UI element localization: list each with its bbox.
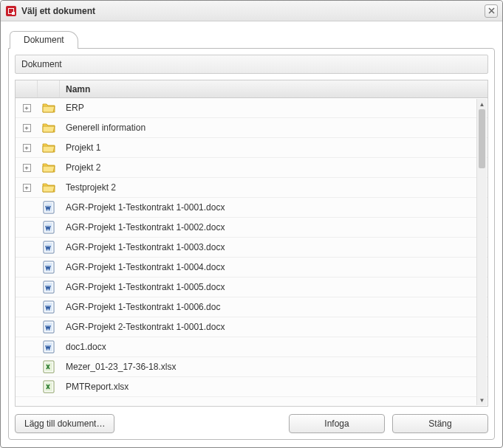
scroll-up-icon[interactable]: ▲: [477, 99, 487, 109]
expand-cell: [16, 218, 38, 237]
tree-row[interactable]: AGR-Projekt 1-Testkontrakt 1-0002.docx: [16, 218, 487, 238]
svg-rect-3: [12, 12, 15, 15]
tree-grid: Namn +ERP+Generell information+Projekt 1…: [15, 80, 488, 407]
docx-icon: [38, 278, 60, 297]
svg-rect-23: [45, 382, 52, 391]
docx-icon: [38, 317, 60, 337]
titlebar: Välj ett dokument: [1, 1, 502, 21]
expand-cell: +: [16, 138, 38, 157]
tree-row[interactable]: Mezer_01-23_17-36-18.xlsx: [16, 357, 487, 377]
docx-icon: [38, 258, 60, 277]
close-icon[interactable]: [485, 4, 498, 18]
expand-cell: +: [16, 98, 38, 117]
expand-icon[interactable]: +: [23, 164, 31, 172]
tree-row[interactable]: AGR-Projekt 1-Testkontrakt 1-0003.docx: [16, 238, 487, 258]
tree-row[interactable]: +Testprojekt 2: [16, 178, 487, 198]
tree-row[interactable]: doc1.docx: [16, 337, 487, 357]
close-button[interactable]: Stäng: [392, 414, 488, 433]
folder-icon: [38, 158, 60, 177]
add-document-button[interactable]: Lägg till dokument…: [15, 414, 114, 433]
expand-cell: [16, 357, 38, 376]
item-name: AGR-Projekt 2-Testkontrakt 1-0001.docx: [60, 322, 487, 332]
item-name: Mezer_01-23_17-36-18.xlsx: [60, 362, 487, 372]
expand-icon[interactable]: +: [23, 104, 31, 112]
item-name: Testprojekt 2: [60, 182, 487, 193]
tree-row[interactable]: AGR-Projekt 1-Testkontrakt 1-0004.docx: [16, 258, 487, 278]
tree-row[interactable]: AGR-Projekt 1-Testkontrakt 1-0006.doc: [16, 297, 487, 317]
expand-cell: [16, 198, 38, 217]
expand-icon[interactable]: +: [23, 144, 31, 152]
panel-header: Dokument: [15, 55, 488, 74]
folder-icon: [38, 118, 60, 137]
item-name: AGR-Projekt 1-Testkontrakt 1-0003.docx: [60, 242, 487, 252]
expand-cell: [16, 238, 38, 257]
item-name: ERP: [60, 103, 487, 113]
tree-row[interactable]: +Projekt 1: [16, 138, 487, 158]
dialog-body: Dokument Dokument Namn +ERP+Generell inf…: [1, 21, 502, 447]
expand-cell: +: [16, 118, 38, 137]
tree-row[interactable]: AGR-Projekt 1-Testkontrakt 1-0001.docx: [16, 198, 487, 218]
expand-cell: [16, 297, 38, 317]
column-name[interactable]: Namn: [60, 80, 487, 97]
column-expand: [16, 80, 38, 97]
tree-row[interactable]: +ERP: [16, 98, 487, 118]
tab-panel: Dokument Namn +ERP+Generell information+…: [8, 48, 495, 440]
item-name: AGR-Projekt 1-Testkontrakt 1-0002.docx: [60, 222, 487, 232]
tab-container: Dokument Dokument Namn +ERP+Generell inf…: [8, 30, 495, 440]
tree-row[interactable]: AGR-Projekt 1-Testkontrakt 1-0005.docx: [16, 278, 487, 297]
scrollbar[interactable]: ▲ ▼: [476, 99, 487, 405]
docx-icon: [38, 337, 60, 356]
tab-dokument[interactable]: Dokument: [10, 31, 78, 49]
xlsx-icon: [38, 377, 60, 396]
expand-icon[interactable]: +: [23, 184, 31, 192]
item-name: Projekt 1: [60, 142, 487, 153]
folder-icon: [38, 178, 60, 197]
docx-icon: [38, 218, 60, 237]
docx-icon: [38, 238, 60, 257]
expand-cell: +: [16, 178, 38, 197]
expand-icon[interactable]: +: [23, 124, 31, 132]
item-name: AGR-Projekt 1-Testkontrakt 1-0006.doc: [60, 302, 487, 312]
tree-header: Namn: [16, 80, 487, 98]
expand-cell: [16, 377, 38, 396]
folder-icon: [38, 138, 60, 157]
item-name: doc1.docx: [60, 342, 487, 352]
app-icon: [5, 5, 17, 17]
svg-rect-21: [45, 362, 52, 371]
item-name: Projekt 2: [60, 162, 487, 173]
xlsx-icon: [38, 357, 60, 376]
expand-cell: [16, 258, 38, 277]
tree-row[interactable]: AGR-Projekt 2-Testkontrakt 1-0001.docx: [16, 317, 487, 337]
doc-icon: [38, 297, 60, 317]
column-icon: [38, 80, 60, 97]
expand-cell: [16, 317, 38, 337]
item-name: PMTReport.xlsx: [60, 382, 487, 392]
expand-cell: [16, 278, 38, 297]
scroll-thumb[interactable]: [479, 109, 485, 168]
dialog-title: Välj ett dokument: [21, 6, 485, 16]
item-name: Generell information: [60, 123, 487, 133]
tree-row[interactable]: +Generell information: [16, 118, 487, 138]
folder-icon: [38, 98, 60, 117]
docx-icon: [38, 198, 60, 217]
button-bar: Lägg till dokument… Infoga Stäng: [15, 414, 488, 433]
scroll-down-icon[interactable]: ▼: [477, 395, 487, 405]
expand-cell: [16, 337, 38, 356]
dialog-window: Välj ett dokument Dokument Dokument Namn: [0, 0, 503, 448]
insert-button[interactable]: Infoga: [289, 414, 385, 433]
item-name: AGR-Projekt 1-Testkontrakt 1-0001.docx: [60, 202, 487, 213]
item-name: AGR-Projekt 1-Testkontrakt 1-0005.docx: [60, 282, 487, 292]
tree-body[interactable]: +ERP+Generell information+Projekt 1+Proj…: [16, 98, 487, 406]
tab-strip: Dokument: [8, 30, 495, 48]
tree-row[interactable]: PMTReport.xlsx: [16, 377, 487, 397]
expand-cell: +: [16, 158, 38, 177]
tree-row[interactable]: +Projekt 2: [16, 158, 487, 178]
item-name: AGR-Projekt 1-Testkontrakt 1-0004.docx: [60, 262, 487, 272]
